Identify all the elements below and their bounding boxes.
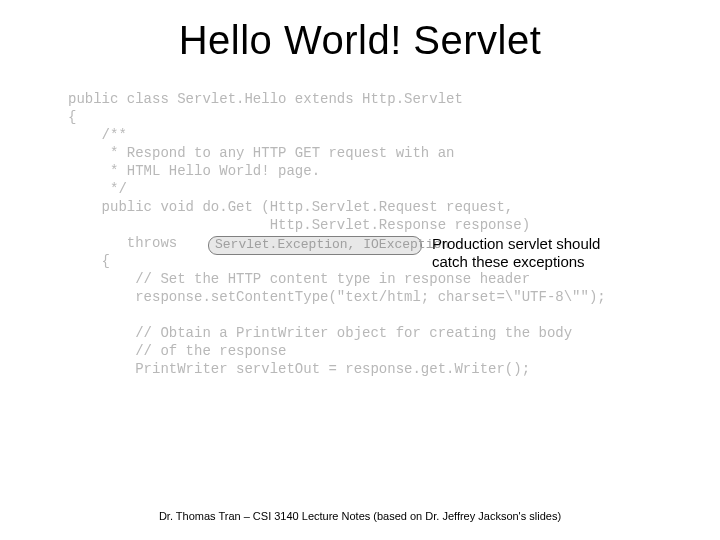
code-line: public class Servlet.Hello extends Http.… <box>68 91 463 107</box>
code-line: * HTML Hello World! page. <box>68 163 320 179</box>
annotation-text: Production servlet should catch these ex… <box>432 235 600 271</box>
code-block: public class Servlet.Hello extends Http.… <box>68 90 690 378</box>
code-line: */ <box>68 181 127 197</box>
code-line: // Obtain a PrintWriter object for creat… <box>68 325 572 341</box>
highlighted-code: Servlet.Exception, IOException <box>215 237 449 252</box>
code-line: { <box>68 109 76 125</box>
code-line: Http.Servlet.Response response) <box>68 217 530 233</box>
code-line: public void do.Get (Http.Servlet.Request… <box>68 199 513 215</box>
footer-credits: Dr. Thomas Tran – CSI 3140 Lecture Notes… <box>0 510 720 522</box>
code-line: // of the response <box>68 343 286 359</box>
code-line: response.setContentType("text/html; char… <box>68 289 606 305</box>
code-line: /** <box>68 127 127 143</box>
annotation-line: catch these exceptions <box>432 253 585 270</box>
page-title: Hello World! Servlet <box>0 18 720 63</box>
code-line: { <box>68 253 110 269</box>
code-line: PrintWriter servletOut = response.get.Wr… <box>68 361 530 377</box>
annotation-line: Production servlet should <box>432 235 600 252</box>
code-line: // Set the HTTP content type in response… <box>68 271 530 287</box>
code-line: throws <box>68 235 186 251</box>
code-line: * Respond to any HTTP GET request with a… <box>68 145 454 161</box>
